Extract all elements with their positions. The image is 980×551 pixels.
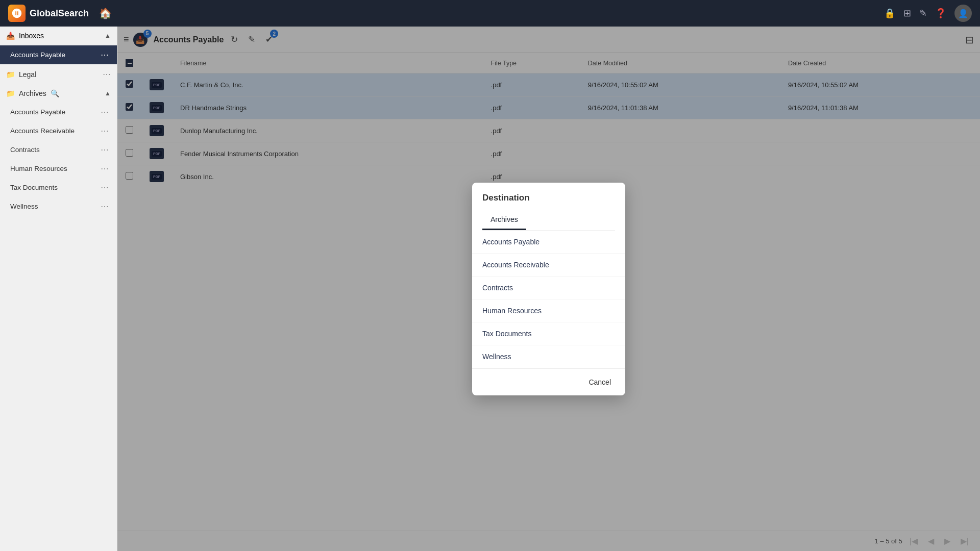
inboxes-label: Inboxes	[19, 32, 44, 40]
topnav: GlobalSearch 🏠 🔒 ⊞ ✎ ❓ 👤	[0, 0, 980, 27]
modal-destination-item[interactable]: Accounts Payable	[472, 231, 625, 254]
archives-tax-label: Tax Documents	[10, 184, 101, 191]
archives-wellness-label: Wellness	[10, 203, 101, 210]
archives-tax-menu-icon[interactable]: ⋯	[101, 183, 109, 192]
modal-destination-item[interactable]: Human Resources	[472, 299, 625, 322]
inbox-ap-label: Accounts Payable	[10, 51, 101, 59]
archives-ap-label: Accounts Payable	[10, 108, 101, 116]
lock-icon[interactable]: 🔒	[884, 8, 895, 19]
legal-label: Legal	[19, 70, 36, 79]
modal-footer: Cancel	[472, 368, 625, 395]
sidebar-item-archives-ar[interactable]: Accounts Receivable ⋯	[0, 121, 117, 140]
modal-destination-item[interactable]: Accounts Receivable	[472, 254, 625, 277]
legal-folder-icon: 📁	[6, 70, 15, 79]
cancel-button[interactable]: Cancel	[582, 375, 617, 389]
archives-ar-label: Accounts Receivable	[10, 127, 101, 135]
sidebar-item-archives-ap[interactable]: Accounts Payable ⋯	[0, 103, 117, 121]
modal-title: Destination	[482, 193, 615, 203]
edit-icon[interactable]: ✎	[919, 8, 927, 19]
modal-body: Accounts PayableAccounts ReceivableContr…	[472, 231, 625, 368]
archives-collapse-icon[interactable]: ▲	[105, 90, 111, 97]
archives-hr-menu-icon[interactable]: ⋯	[101, 164, 109, 173]
legal-menu-icon[interactable]: ⋯	[103, 69, 111, 79]
inbox-icon: 📥	[6, 32, 15, 40]
sidebar-item-archives-hr[interactable]: Human Resources ⋯	[0, 159, 117, 178]
modal-destination-item[interactable]: Wellness	[472, 345, 625, 368]
archives-section-header[interactable]: 📁 Archives 🔍 ▲	[0, 84, 117, 103]
logo: GlobalSearch	[8, 5, 89, 22]
logo-icon	[8, 5, 26, 22]
archives-folder-icon: 📁	[6, 89, 15, 97]
sidebar-item-archives-wellness[interactable]: Wellness ⋯	[0, 197, 117, 216]
content-area: ≡ 📥 5 Accounts Payable ↻ ✎ ✔ 2 ⊟	[117, 27, 980, 551]
user-avatar[interactable]: 👤	[954, 5, 972, 22]
archives-ar-menu-icon[interactable]: ⋯	[101, 126, 109, 136]
archives-hr-label: Human Resources	[10, 165, 101, 172]
inboxes-collapse-icon[interactable]: ▲	[105, 32, 111, 39]
archives-wellness-menu-icon[interactable]: ⋯	[101, 202, 109, 211]
modal-tab-archives[interactable]: Archives	[482, 210, 526, 230]
grid-icon[interactable]: ⊞	[903, 8, 911, 19]
help-icon[interactable]: ❓	[935, 8, 946, 19]
main-layout: 📥 Inboxes ▲ Accounts Payable ⋯ 📁 Legal ⋯…	[0, 27, 980, 551]
archives-contracts-label: Contracts	[10, 146, 101, 154]
archives-ap-menu-icon[interactable]: ⋯	[101, 107, 109, 117]
modal-destination-item[interactable]: Tax Documents	[472, 322, 625, 345]
legal-section-header[interactable]: 📁 Legal ⋯	[0, 64, 117, 84]
sidebar-item-archives-tax[interactable]: Tax Documents ⋯	[0, 178, 117, 197]
home-button[interactable]: 🏠	[95, 5, 116, 21]
inbox-ap-menu-icon[interactable]: ⋯	[101, 50, 109, 60]
modal-overlay: Destination Archives Accounts PayableAcc…	[117, 27, 980, 551]
sidebar-item-archives-contracts[interactable]: Contracts ⋯	[0, 140, 117, 159]
destination-modal: Destination Archives Accounts PayableAcc…	[472, 183, 625, 395]
sidebar: 📥 Inboxes ▲ Accounts Payable ⋯ 📁 Legal ⋯…	[0, 27, 117, 551]
archives-contracts-menu-icon[interactable]: ⋯	[101, 145, 109, 155]
app-name: GlobalSearch	[30, 8, 89, 19]
sidebar-item-accounts-payable-inbox[interactable]: Accounts Payable ⋯	[0, 45, 117, 64]
modal-tabs: Archives	[482, 210, 615, 231]
modal-destination-item[interactable]: Contracts	[472, 277, 625, 299]
modal-header: Destination Archives	[472, 183, 625, 231]
archives-label: Archives	[19, 89, 46, 97]
archives-search-icon[interactable]: 🔍	[51, 89, 59, 97]
inboxes-section-header[interactable]: 📥 Inboxes ▲	[0, 27, 117, 45]
